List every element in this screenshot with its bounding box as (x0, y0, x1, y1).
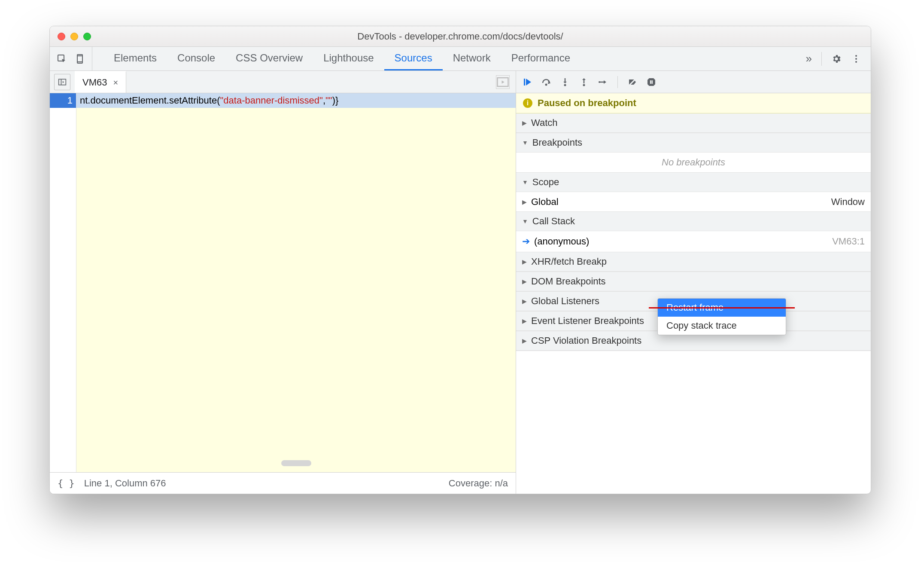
panel-tab-elements[interactable]: Elements (103, 47, 167, 70)
main-split: VM63 × 1 nt.documentElement.setAttribute… (50, 71, 871, 494)
paused-banner: i Paused on breakpoint (516, 93, 871, 113)
file-tab-label: VM63 (82, 77, 107, 88)
step-out-icon[interactable] (579, 77, 589, 87)
collapse-triangle-icon: ▶ (522, 278, 527, 285)
expand-triangle-icon: ▼ (522, 139, 528, 146)
panel-tab-network[interactable]: Network (443, 47, 501, 70)
dom-breakpoints-header[interactable]: ▶DOM Breakpoints (516, 272, 871, 291)
svg-rect-23 (652, 80, 653, 84)
device-toolbar-icon[interactable] (75, 54, 85, 64)
divider (821, 52, 822, 66)
sources-editor-pane: VM63 × 1 nt.documentElement.setAttribute… (50, 71, 516, 494)
callstack-header[interactable]: ▼Call Stack (516, 212, 871, 231)
titlebar: DevTools - developer.chrome.com/docs/dev… (50, 26, 871, 47)
current-frame-arrow-icon: ➔ (522, 236, 530, 247)
kebab-menu-icon[interactable] (851, 54, 861, 64)
panel-overflow-button[interactable]: » (806, 52, 812, 65)
paused-text: Paused on breakpoint (538, 98, 636, 109)
tabrow-right: » (806, 52, 871, 66)
svg-point-4 (855, 55, 857, 57)
panel-tabs: Elements Console CSS Overview Lighthouse… (103, 47, 581, 70)
cursor-position: Line 1, Column 676 (84, 478, 166, 489)
settings-gear-icon[interactable] (831, 54, 842, 64)
debugger-toolbar (516, 71, 871, 93)
horizontal-scrollbar[interactable] (281, 460, 311, 466)
panel-tab-css-overview[interactable]: CSS Overview (225, 47, 313, 70)
gutter: 1 (50, 93, 76, 472)
panel-tab-performance[interactable]: Performance (501, 47, 581, 70)
svg-point-20 (599, 81, 600, 83)
xhr-breakpoints-header[interactable]: ▶XHR/fetch Breakp (516, 252, 871, 272)
deactivate-breakpoints-icon[interactable] (627, 77, 638, 87)
window-title: DevTools - developer.chrome.com/docs/dev… (50, 31, 871, 42)
svg-marker-19 (604, 80, 606, 84)
file-tab-close-icon[interactable]: × (113, 78, 118, 88)
svg-marker-13 (526, 79, 531, 86)
scope-section: ▼Scope ▶ Global Window (516, 173, 871, 212)
file-tab-bar: VM63 × (50, 71, 516, 93)
inspect-element-icon[interactable] (57, 54, 67, 64)
scope-header[interactable]: ▼Scope (516, 173, 871, 192)
svg-point-17 (583, 84, 585, 86)
svg-point-5 (855, 58, 857, 60)
svg-point-6 (855, 61, 857, 63)
collapse-triangle-icon: ▶ (522, 199, 527, 205)
annotation-strike (649, 307, 795, 308)
svg-rect-7 (59, 79, 66, 85)
pretty-print-icon[interactable]: { } (58, 478, 75, 489)
panel-tab-sources[interactable]: Sources (384, 47, 443, 70)
xhr-breakpoints-section: ▶XHR/fetch Breakp (516, 252, 871, 272)
editor-status-bar: { } Line 1, Column 676 Coverage: n/a (50, 472, 516, 494)
svg-point-15 (564, 84, 566, 86)
breakpoints-header[interactable]: ▼Breakpoints (516, 133, 871, 153)
collapse-triangle-icon: ▶ (522, 258, 527, 265)
expand-triangle-icon: ▼ (522, 179, 528, 186)
toolbar-separator (617, 76, 618, 88)
run-snippet-icon[interactable] (496, 75, 510, 89)
panel-tab-lighthouse[interactable]: Lighthouse (313, 47, 384, 70)
code-editor[interactable]: 1 nt.documentElement.setAttribute("data-… (50, 93, 516, 472)
line-number: 1 (50, 93, 76, 108)
scope-global-value: Window (831, 196, 865, 208)
callstack-frame-label: (anonymous) (534, 236, 589, 247)
code-line-1: nt.documentElement.setAttribute("data-ba… (76, 93, 516, 108)
info-icon: i (523, 98, 532, 108)
pause-on-exceptions-icon[interactable] (646, 77, 657, 87)
panel-tab-console[interactable]: Console (167, 47, 225, 70)
panel-tab-row: Elements Console CSS Overview Lighthouse… (50, 47, 871, 71)
devtools-window: DevTools - developer.chrome.com/docs/dev… (49, 26, 871, 494)
step-over-icon[interactable] (541, 77, 551, 87)
dom-breakpoints-section: ▶DOM Breakpoints (516, 272, 871, 292)
callstack-context-menu: Restart frame Copy stack trace (657, 298, 786, 335)
watch-section: ▶Watch (516, 113, 871, 133)
svg-rect-12 (524, 79, 525, 86)
scope-global-row[interactable]: ▶ Global Window (516, 192, 871, 211)
svg-rect-22 (650, 80, 651, 84)
file-tab-vm63[interactable]: VM63 × (75, 71, 126, 93)
collapse-triangle-icon: ▶ (522, 119, 527, 126)
svg-point-14 (545, 83, 547, 86)
collapse-triangle-icon: ▶ (522, 318, 527, 324)
debugger-pane: i Paused on breakpoint ▶Watch ▼Breakpoin… (516, 71, 871, 494)
svg-marker-11 (502, 80, 505, 84)
step-into-icon[interactable] (560, 77, 570, 87)
collapse-triangle-icon: ▶ (522, 337, 527, 344)
coverage-status: Coverage: n/a (449, 478, 508, 489)
expand-triangle-icon: ▼ (522, 218, 528, 225)
ctx-copy-stack-trace[interactable]: Copy stack trace (658, 317, 786, 335)
callstack-section: ▼Call Stack ➔ (anonymous) VM63:1 (516, 212, 871, 252)
watch-header[interactable]: ▶Watch (516, 113, 871, 133)
step-icon[interactable] (598, 77, 608, 87)
svg-marker-16 (563, 82, 567, 83)
callstack-frame-row[interactable]: ➔ (anonymous) VM63:1 (516, 231, 871, 252)
code-body: nt.documentElement.setAttribute("data-ba… (76, 93, 516, 472)
svg-marker-18 (582, 78, 586, 80)
callstack-frame-location: VM63:1 (832, 236, 865, 247)
collapse-triangle-icon: ▶ (522, 298, 527, 305)
resume-icon[interactable] (522, 77, 532, 87)
breakpoints-section: ▼Breakpoints No breakpoints (516, 133, 871, 173)
scope-global-label: Global (531, 196, 559, 208)
svg-marker-9 (63, 81, 64, 83)
navigator-toggle-icon[interactable] (54, 74, 70, 90)
no-breakpoints-text: No breakpoints (516, 153, 871, 172)
